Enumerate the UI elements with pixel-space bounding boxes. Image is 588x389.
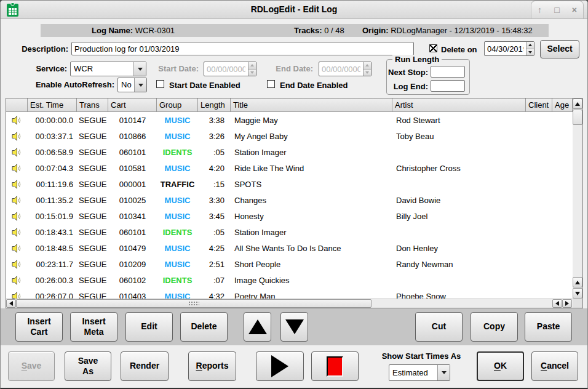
column-header-icon[interactable] [6, 98, 28, 112]
cell-trans: SEGUE [77, 196, 108, 205]
close-icon[interactable]: × [572, 6, 577, 14]
speaker-icon [12, 212, 22, 221]
scroll-down-button[interactable] [573, 288, 582, 299]
cell-group: MUSIC [157, 292, 198, 299]
cell-length: 3:30 [198, 196, 231, 205]
scroll-right-icon [565, 301, 569, 306]
log-row[interactable]: 00:15:01.9SEGUE010341MUSIC3:45HonestyBil… [6, 208, 573, 224]
maximize-icon[interactable]: □ [554, 6, 559, 14]
speaker-icon [12, 292, 22, 299]
start-date-spinner [248, 62, 256, 76]
column-header-group[interactable]: Group [157, 98, 198, 112]
vertical-scroll-thumb[interactable] [573, 110, 582, 125]
log-row[interactable]: 00:06:58.9SEGUE060101IDENTS:05Station Im… [6, 144, 573, 160]
cell-trans: SEGUE [77, 244, 108, 253]
log-row[interactable]: 00:00:00.0SEGUE010147MUSIC3:38Maggie May… [6, 112, 573, 128]
paste-button[interactable]: Paste [525, 312, 572, 342]
column-header-client[interactable]: Client [526, 98, 552, 112]
log-row[interactable]: 00:18:43.1SEGUE060101IDENTS:05Station Im… [6, 224, 573, 240]
vertical-scrollbar[interactable] [573, 98, 582, 299]
shade-icon[interactable]: ↑ [538, 6, 542, 14]
scroll-left-button-2[interactable] [552, 299, 562, 308]
save-as-button[interactable]: Save As [65, 351, 111, 381]
reports-button[interactable]: Reports [188, 351, 236, 381]
column-header-artist[interactable]: Artist [392, 98, 526, 112]
spin-up-icon[interactable] [528, 44, 532, 46]
cut-button[interactable]: Cut [415, 312, 463, 342]
spin-down-icon[interactable] [528, 51, 532, 54]
scroll-up-button-2[interactable] [573, 277, 582, 287]
cell-length: 3:45 [198, 212, 231, 221]
insert-cart-button[interactable]: Insert Cart [15, 312, 63, 342]
play-button[interactable] [256, 351, 304, 381]
log-row[interactable]: 00:11:35.2SEGUE010025MUSIC3:30ChangesDav… [6, 192, 573, 208]
horizontal-scrollbar[interactable] [6, 299, 573, 308]
cancel-button[interactable]: Cancel [531, 351, 578, 381]
insert-meta-button[interactable]: Insert Meta [70, 312, 117, 342]
horizontal-scroll-thumb[interactable] [16, 299, 371, 308]
log-row[interactable]: 00:23:11.7SEGUE010209MUSIC2:51Short Peop… [6, 256, 573, 272]
start-date-enabled-checkbox[interactable] [156, 80, 164, 88]
select-date-button[interactable]: Select [540, 40, 579, 58]
rdlogedit-window: RDLogEdit - Edit Log ↑ □ × Log Name: WCR… [0, 0, 588, 389]
delete-date-field[interactable] [484, 41, 534, 56]
row-speaker-cell [6, 228, 28, 237]
autorefresh-combo[interactable]: No [117, 78, 147, 92]
start-date-enabled-label: Start Date Enabled [169, 81, 240, 90]
copy-button[interactable]: Copy [471, 312, 518, 342]
cell-title: Poetry Man [231, 292, 392, 299]
move-up-button[interactable] [244, 312, 271, 342]
log-row[interactable]: 00:03:37.1SEGUE010866MUSIC3:26My Angel B… [6, 128, 573, 144]
column-header-est-time[interactable]: Est. Time [28, 98, 77, 112]
log-row[interactable]: 00:07:04.3SEGUE010581MUSIC4:20Ride Like … [6, 160, 573, 176]
column-header-title[interactable]: Title [231, 98, 392, 112]
title-bar[interactable]: RDLogEdit - Edit Log ↑ □ × [1, 1, 587, 19]
end-date-enabled-checkbox[interactable] [267, 80, 275, 88]
cell-title: Honesty [231, 212, 392, 221]
row-speaker-cell [6, 132, 28, 141]
log-row[interactable]: 00:26:07.0SEGUE010403MUSIC4:32Poetry Man… [6, 288, 573, 299]
column-header-trans[interactable]: Trans [77, 98, 108, 112]
chevron-down-icon [437, 365, 450, 380]
scroll-right-button[interactable] [562, 299, 572, 308]
ok-button[interactable]: OK [477, 351, 524, 381]
scroll-up-button[interactable] [573, 98, 582, 109]
start-date-field [204, 62, 256, 76]
render-button[interactable]: Render [121, 351, 169, 381]
log-row[interactable]: 00:26:00.3SEGUE060102IDENTS:07Image Quic… [6, 272, 573, 288]
speaker-icon [12, 228, 22, 237]
stop-button[interactable] [311, 351, 359, 381]
start-date-label: Start Date: [137, 64, 199, 73]
delete-on-checkbox[interactable] [429, 44, 437, 52]
cell-cart: 010866 [108, 132, 157, 141]
column-header-age[interactable]: Age [552, 98, 573, 112]
delete-date-input[interactable] [485, 42, 526, 55]
scroll-up-icon [575, 102, 580, 106]
log-row[interactable]: 00:18:48.5SEGUE010479MUSIC4:25All She Wa… [6, 240, 573, 256]
scroll-down-icon [575, 292, 580, 295]
cell-time: 00:23:11.7 [28, 260, 77, 269]
cell-trans: SEGUE [77, 292, 108, 299]
description-input[interactable] [71, 42, 414, 55]
cell-length: 4:25 [198, 244, 231, 253]
delete-button[interactable]: Delete [180, 312, 228, 342]
column-header-cart[interactable]: Cart [108, 98, 157, 112]
move-down-button[interactable] [280, 312, 308, 342]
edit-button[interactable]: Edit [125, 312, 173, 342]
row-speaker-cell [6, 148, 28, 157]
cell-length: 4:32 [198, 292, 231, 299]
service-combo[interactable]: WCR [70, 62, 146, 76]
cell-title: Ride Like The Wind [231, 164, 392, 173]
cell-artist: Don Henley [392, 244, 526, 253]
column-header-length[interactable]: Length [198, 98, 231, 112]
show-start-times-combo[interactable]: Estimated [389, 364, 450, 381]
delete-date-spinner[interactable] [526, 42, 534, 55]
cell-trans: SEGUE [77, 260, 108, 269]
log-row[interactable]: 00:11:19.6SEGUE000001TRAFFIC:15SPOTS [6, 176, 573, 192]
next-stop-input [431, 66, 465, 78]
speaker-icon [12, 276, 22, 285]
origin: Origin: RDLogManager - 12/13/2019 - 15:4… [362, 26, 533, 35]
cell-group: MUSIC [157, 116, 198, 125]
cell-trans: SEGUE [77, 116, 108, 125]
scroll-left-button[interactable] [6, 299, 16, 308]
